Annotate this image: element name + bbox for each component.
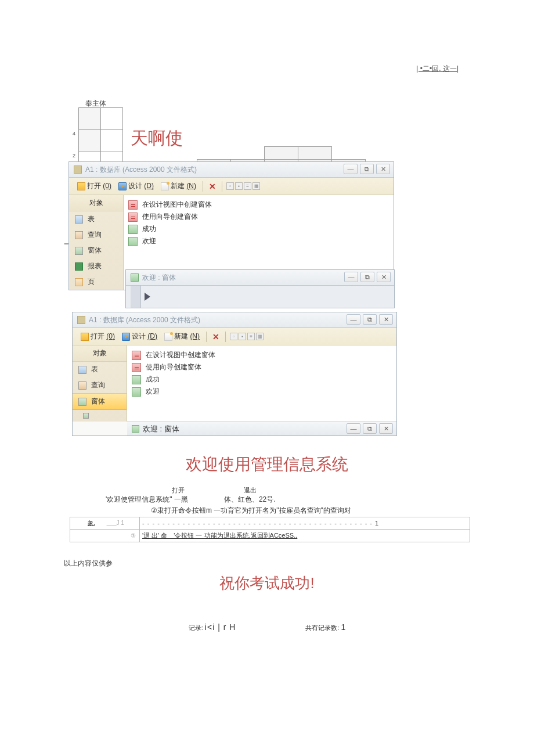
table-icon — [75, 215, 83, 224]
record-nav-buttons[interactable]: i<i | r H — [205, 622, 236, 632]
row3-text-b: 它为打开名为"按雇员名查询"的查询对 — [234, 506, 351, 516]
sidebar-item-table[interactable]: 表 — [69, 211, 123, 227]
db-titlebar-2[interactable]: A1 : 数据库 (Access 2000 文件格式) — ⧉ ✕ — [73, 312, 396, 328]
view-icon-3[interactable]: ≡ — [247, 333, 255, 340]
list-item-chenggong[interactable]: 成功 — [132, 373, 392, 386]
toolbar-new[interactable]: 新建 (N) — [158, 180, 199, 192]
ruler-label-2: 2 — [73, 153, 75, 159]
window-controls: — ⧉ ✕ — [347, 423, 393, 434]
toolbar-design[interactable]: 设计 (D) — [120, 330, 160, 343]
list-item-chenggong[interactable]: 成功 — [128, 223, 389, 235]
toolbar-design[interactable]: 设计 (D) — [116, 180, 156, 192]
sidebar-item-table[interactable]: 表 — [73, 362, 127, 377]
sidebar-header: 对象 — [73, 345, 127, 362]
sidebar-item-form[interactable]: 窗体 — [73, 393, 127, 410]
view-icon-4[interactable]: ▦ — [256, 333, 264, 340]
list-item-create-wizard[interactable]: 使用向导创建窗体 — [128, 211, 389, 223]
record-count: 共有记录数: 1 — [305, 622, 345, 632]
xiang-cell: 象. — [88, 520, 95, 526]
nested-form-title: 欢迎 : 窗体 — [143, 424, 179, 434]
open-icon — [77, 182, 85, 190]
list-item-create-design[interactable]: 在设计视图中创建窗体 — [128, 199, 389, 211]
list-item-huanying[interactable]: 欢迎 — [132, 386, 392, 398]
sub-icon — [83, 413, 89, 419]
sidebar-item-report[interactable]: 报表 — [69, 258, 123, 274]
db-sidebar: 对象 表 查询 窗体 报表 页 — [69, 195, 124, 290]
close-button[interactable]: ✕ — [377, 272, 391, 282]
design-icon — [122, 333, 130, 341]
toolbar-separator — [222, 181, 222, 192]
view-icon-3[interactable]: ≡ — [244, 182, 251, 190]
minimize-button[interactable]: — — [347, 423, 360, 434]
nested-form-titlebar[interactable]: 欢迎 : 窗体 — ⧉ ✕ — [127, 422, 396, 435]
top-link-text: | •二•回. 这一| — [416, 64, 459, 74]
db-title-text: A1 : 数据库 (Access 2000 文件格式) — [85, 165, 197, 175]
table-icon — [78, 366, 86, 374]
sidebar-item-page[interactable]: 页 — [69, 274, 123, 290]
form-item-icon — [128, 237, 138, 246]
toolbar-view-icons: ▫ ▪ ≡ ▦ — [230, 333, 264, 340]
create-wizard-icon — [128, 213, 138, 222]
list-item-create-wizard[interactable]: 使用向导创建窗体 — [132, 361, 392, 373]
view-icon-1[interactable]: ▫ — [226, 182, 234, 190]
bottom-bar: 记录: i<i | r H 共有记录数: 1 — [0, 622, 534, 632]
toolbar-separator — [225, 332, 226, 342]
toolbar-open[interactable]: 打开 (0) — [78, 330, 117, 343]
view-icon-2[interactable]: ▪ — [239, 333, 246, 340]
toolbar-delete-icon[interactable]: ✕ — [207, 182, 218, 191]
form-item-icon — [128, 225, 138, 234]
list-item-create-design[interactable]: 在设计视图中创建窗体 — [132, 349, 392, 361]
list-item-huanying[interactable]: 欢迎 — [128, 235, 389, 247]
heading-tianashi: 天啊使 — [131, 127, 183, 150]
close-button[interactable]: ✕ — [376, 164, 390, 174]
minimize-button[interactable]: — — [344, 164, 358, 174]
form-title-icon — [132, 425, 139, 433]
sidebar-item-query[interactable]: 查询 — [69, 227, 123, 243]
minimize-button[interactable]: — — [344, 272, 358, 282]
form-window-huanying: 欢迎 : 窗体 — ⧉ ✕ — [125, 269, 395, 308]
form-titlebar[interactable]: 欢迎 : 窗体 — ⧉ ✕ — [126, 270, 394, 286]
view-icon-2[interactable]: ▪ — [235, 182, 243, 190]
dashes-cell: - - - - - - - - - - - - - - - - - - - - … — [140, 517, 470, 530]
new-icon — [164, 333, 172, 341]
view-icon-4[interactable]: ▦ — [252, 182, 260, 190]
query-icon — [75, 231, 83, 239]
open-icon — [81, 333, 89, 341]
sidebar-item-sub[interactable] — [73, 410, 127, 422]
form-title-text: 欢迎 : 窗体 — [142, 273, 176, 283]
form-body — [126, 286, 394, 308]
row3-text-a: 隶打开命令按钮m 一功育 — [157, 506, 234, 516]
db-body: 对象 表 查询 窗体 在设计视图中创建窗体 使用向导创建窗体 成功 欢迎 — [73, 345, 396, 422]
toolbar-separator — [206, 332, 207, 342]
label-open: 打开 — [172, 486, 185, 495]
maximize-button[interactable]: ⧉ — [360, 164, 374, 174]
num3-cell: ③ — [70, 530, 140, 542]
close-button[interactable]: ✕ — [379, 423, 393, 434]
maximize-button[interactable]: ⧉ — [363, 314, 377, 325]
view-icon-1[interactable]: ▫ — [230, 333, 237, 340]
label-exit: 退出 — [244, 486, 257, 495]
ruler-label-4: 4 — [73, 131, 75, 136]
sidebar-item-query[interactable]: 查询 — [73, 377, 127, 393]
heading-welcome-mis: 欢迎使用管理信息系统 — [0, 453, 534, 476]
close-button[interactable]: ✕ — [379, 314, 393, 325]
db-list: 在设计视图中创建窗体 使用向导创建窗体 成功 欢迎 — [127, 345, 396, 422]
toolbar-new[interactable]: 新建 (N) — [162, 330, 202, 343]
create-wizard-icon — [132, 363, 141, 372]
footer-note: 以上内容仅供参 — [64, 559, 534, 568]
db-titlebar-1[interactable]: A1 : 数据库 (Access 2000 文件格式) — ⧉ ✕ — [69, 162, 394, 178]
bottom-table: 象. ___J 1 - - - - - - - - - - - - - - - … — [70, 517, 470, 542]
record-selector-icon[interactable] — [145, 293, 153, 301]
heading-good-luck: 祝你考试成功! — [0, 573, 534, 593]
toolbar-open[interactable]: 打开 (0) — [75, 180, 114, 192]
create-design-icon — [132, 351, 141, 360]
db-toolbar: 打开 (0) 设计 (D) 新建 (N) ✕ ▫ ▪ ≡ ▦ — [73, 328, 396, 345]
table-row: ③ '退 出' 命 '令按钮 一 功能为退出系统,返回到ACceSS., — [70, 530, 470, 542]
maximize-button[interactable]: ⧉ — [360, 272, 374, 282]
minimize-button[interactable]: — — [347, 314, 360, 325]
window-controls: — ⧉ ✕ — [347, 314, 393, 325]
new-icon — [161, 182, 169, 190]
sidebar-item-form[interactable]: 窗体 — [69, 243, 123, 258]
toolbar-delete-icon[interactable]: ✕ — [211, 332, 221, 341]
maximize-button[interactable]: ⧉ — [363, 423, 377, 434]
